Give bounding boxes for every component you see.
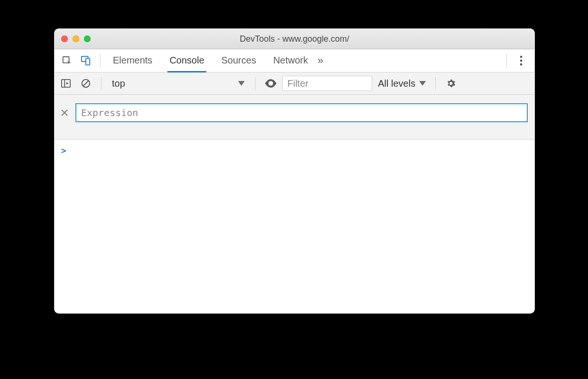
devtools-window: DevTools - www.google.com/ Elements Cons…	[54, 28, 535, 314]
log-level-selector[interactable]: All levels	[375, 78, 429, 89]
svg-rect-2	[86, 58, 90, 65]
zoom-window-button[interactable]	[84, 36, 91, 42]
svg-point-4	[520, 60, 523, 62]
traffic-lights	[61, 36, 91, 42]
filter-input[interactable]	[282, 76, 372, 91]
window-title: DevTools - www.google.com/	[55, 34, 534, 44]
separator	[506, 54, 507, 67]
svg-point-5	[520, 63, 523, 66]
chevron-down-icon	[238, 81, 245, 86]
console-prompt-caret: >	[61, 145, 66, 155]
svg-line-9	[83, 81, 89, 86]
tab-label: Sources	[221, 55, 256, 66]
svg-rect-6	[62, 80, 70, 87]
kebab-menu-button[interactable]	[513, 52, 530, 69]
chevron-right-double-icon: »	[317, 54, 323, 67]
chevron-down-icon	[419, 81, 426, 86]
device-toolbar-icon[interactable]	[77, 52, 94, 69]
tab-label: Network	[273, 55, 308, 66]
panel-tabrow: Elements Console Sources Network »	[55, 49, 534, 72]
tab-elements[interactable]: Elements	[111, 49, 154, 72]
svg-point-10	[269, 82, 272, 84]
separator	[100, 54, 101, 67]
inspect-element-icon[interactable]	[58, 52, 75, 69]
tab-network[interactable]: Network	[271, 49, 310, 72]
minimize-window-button[interactable]	[73, 36, 79, 42]
show-console-sidebar-icon[interactable]	[57, 75, 74, 92]
console-settings-icon[interactable]	[442, 75, 459, 92]
clear-console-icon[interactable]	[77, 75, 94, 92]
live-expression-eye-icon[interactable]	[262, 75, 279, 92]
titlebar: DevTools - www.google.com/	[55, 29, 534, 49]
console-body[interactable]: >	[55, 140, 534, 313]
live-expression-input[interactable]	[75, 103, 528, 122]
svg-point-3	[520, 56, 523, 58]
separator	[255, 77, 256, 90]
separator	[101, 77, 101, 90]
live-expression-bar	[55, 95, 534, 140]
log-level-label: All levels	[378, 78, 415, 89]
separator	[435, 77, 436, 90]
more-tabs-button[interactable]: »	[312, 52, 329, 69]
remove-expression-button[interactable]	[61, 109, 70, 116]
panel-tabs: Elements Console Sources Network	[111, 49, 310, 72]
context-selector[interactable]: top	[108, 76, 248, 91]
console-toolbar: top All levels	[55, 72, 534, 95]
context-selector-value: top	[112, 78, 125, 89]
tab-label: Elements	[113, 55, 152, 66]
tab-label: Console	[169, 55, 204, 66]
tab-sources[interactable]: Sources	[220, 49, 258, 72]
tab-console[interactable]: Console	[167, 49, 206, 72]
close-window-button[interactable]	[61, 36, 68, 42]
